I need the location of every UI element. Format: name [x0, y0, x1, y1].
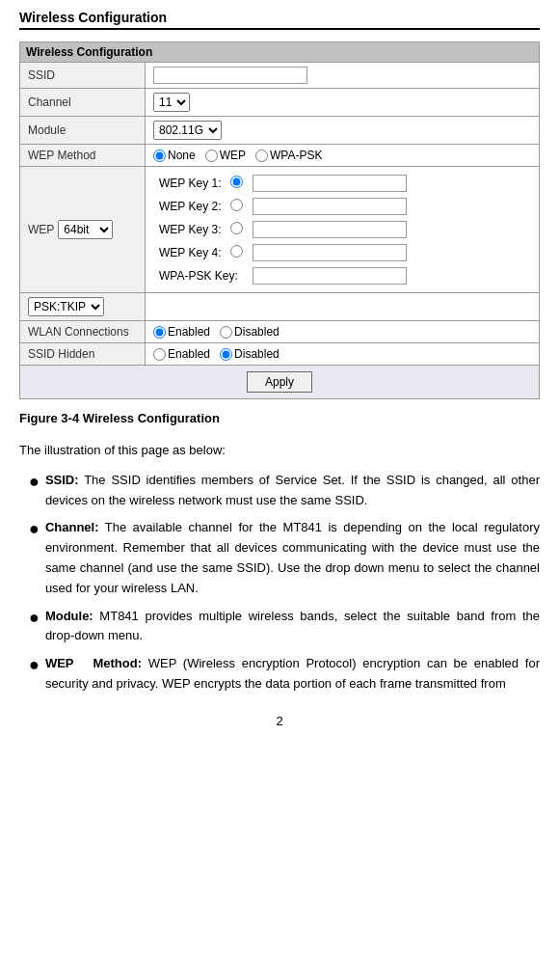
- list-item: ● WEP Method: WEP (Wireless encryption P…: [29, 654, 540, 694]
- wpa-psk-label: WPA-PSK Key:: [155, 265, 247, 286]
- bullet-dot: ●: [29, 654, 40, 676]
- psk-label-cell: PSK:TKIP PSK:AES: [20, 293, 146, 321]
- ssid-hidden-disabled-label[interactable]: Disabled: [220, 347, 280, 361]
- wep-wep-text: WEP: [220, 149, 246, 162]
- wep-keys-cell: WEP Key 1: WEP Key 2: WEP Key 3:: [146, 167, 540, 293]
- ssid-row: SSID: [20, 63, 540, 89]
- channel-desc: The available channel for the MT841 is d…: [45, 520, 540, 594]
- intro-text: The illustration of this page as below:: [19, 441, 540, 461]
- wep-key4-row: WEP Key 4:: [155, 242, 411, 263]
- channel-row: Channel 11: [20, 89, 540, 117]
- wep-keys-inner-table: WEP Key 1: WEP Key 2: WEP Key 3:: [153, 171, 413, 288]
- ssid-desc: The SSID identifies members of Service S…: [45, 473, 540, 507]
- ssid-input[interactable]: [153, 67, 307, 84]
- wep-key3-row: WEP Key 3:: [155, 219, 411, 240]
- wep-text: WEP: [28, 223, 54, 236]
- list-item: ● Channel: The available channel for the…: [29, 518, 540, 598]
- wep-wpa-text: WPA-PSK: [270, 149, 322, 162]
- ssid-hidden-disabled-text: Disabled: [234, 347, 280, 361]
- wep-key4-radio-cell: [226, 242, 247, 263]
- wep-wpa-radio[interactable]: [255, 150, 268, 162]
- wep-none-text: None: [168, 149, 196, 162]
- wep-wep-radio[interactable]: [205, 150, 218, 162]
- wep-bit-select[interactable]: 64bit 128bit: [58, 220, 113, 239]
- bullet-content-ssid: SSID: The SSID identifies members of Ser…: [45, 471, 540, 511]
- list-item: ● Module: MT841 provides multiple wirele…: [29, 607, 540, 647]
- wlan-disabled-label[interactable]: Disabled: [220, 325, 280, 339]
- list-item: ● SSID: The SSID identifies members of S…: [29, 471, 540, 511]
- wlan-enabled-label[interactable]: Enabled: [153, 325, 210, 339]
- table-caption: Wireless Configuration: [19, 41, 540, 62]
- wep-method-label: WEP Method: [20, 145, 146, 167]
- ssid-term: SSID:: [45, 473, 79, 487]
- module-row: Module 802.11G: [20, 117, 540, 145]
- wep-wpa-label[interactable]: WPA-PSK: [255, 149, 322, 162]
- wep-method-term: WEP Method:: [45, 656, 142, 670]
- wep-key3-input[interactable]: [253, 221, 407, 238]
- module-select[interactable]: 802.11G: [153, 121, 222, 140]
- wep-key3-radio-cell: [226, 219, 247, 240]
- channel-label: Channel: [20, 89, 146, 117]
- wep-key1-input[interactable]: [253, 175, 407, 192]
- ssid-hidden-radio-group: Enabled Disabled: [153, 347, 531, 361]
- channel-select[interactable]: 11: [153, 93, 190, 112]
- psk-select[interactable]: PSK:TKIP PSK:AES: [28, 297, 104, 316]
- wep-method-row: WEP Method None WEP WPA-PSK: [20, 145, 540, 167]
- wep-key4-radio[interactable]: [230, 245, 243, 258]
- module-term: Module:: [45, 609, 93, 623]
- wep-method-radio-group: None WEP WPA-PSK: [153, 149, 531, 162]
- bullet-dot: ●: [29, 471, 40, 493]
- channel-value-cell: 11: [146, 89, 540, 117]
- module-desc: MT841 provides multiple wireless bands, …: [45, 609, 540, 643]
- wlan-connections-radio-group: Enabled Disabled: [153, 325, 531, 339]
- wep-none-label[interactable]: None: [153, 149, 196, 162]
- wep-method-value-cell: None WEP WPA-PSK: [146, 145, 540, 167]
- psk-value-cell: [146, 293, 540, 321]
- apply-cell: Apply: [20, 366, 540, 399]
- wep-wep-label[interactable]: WEP: [205, 149, 246, 162]
- wpa-psk-row: WPA-PSK Key:: [155, 265, 411, 286]
- wpa-psk-input[interactable]: [253, 267, 407, 285]
- wep-key4-label: WEP Key 4:: [155, 242, 225, 263]
- wep-key3-label: WEP Key 3:: [155, 219, 225, 240]
- figure-caption-bold: Figure 3-4 Wireless Configuration: [19, 411, 220, 425]
- wep-key2-radio[interactable]: [230, 199, 243, 211]
- bullet-dot: ●: [29, 518, 40, 540]
- page-title: Wireless Configuration: [19, 10, 540, 30]
- wep-key3-radio[interactable]: [230, 222, 243, 234]
- wlan-enabled-radio[interactable]: [153, 326, 166, 339]
- ssid-hidden-enabled-label[interactable]: Enabled: [153, 347, 210, 361]
- module-label: Module: [20, 117, 146, 145]
- ssid-hidden-value-cell: Enabled Disabled: [146, 343, 540, 366]
- bullet-dot: ●: [29, 607, 40, 629]
- wep-key4-input[interactable]: [253, 244, 407, 261]
- psk-row: PSK:TKIP PSK:AES: [20, 293, 540, 321]
- bullet-content-channel: Channel: The available channel for the M…: [45, 518, 540, 598]
- ssid-value-cell: [146, 63, 540, 89]
- wep-none-radio[interactable]: [153, 150, 166, 162]
- wlan-connections-row: WLAN Connections Enabled Disabled: [20, 321, 540, 343]
- bullet-content-module: Module: MT841 provides multiple wireless…: [45, 607, 540, 647]
- wep-label: WEP 64bit 128bit: [20, 167, 146, 293]
- wep-key2-input[interactable]: [253, 198, 407, 215]
- wlan-connections-value-cell: Enabled Disabled: [146, 321, 540, 343]
- wep-key1-row: WEP Key 1:: [155, 173, 411, 194]
- ssid-hidden-disabled-radio[interactable]: [220, 348, 232, 361]
- wep-key3-input-cell: [249, 219, 411, 240]
- wep-key2-label: WEP Key 2:: [155, 196, 225, 217]
- wep-key1-radio[interactable]: [230, 176, 243, 188]
- ssid-hidden-enabled-radio[interactable]: [153, 348, 166, 361]
- figure-caption: Figure 3-4 Wireless Configuration: [19, 411, 540, 425]
- wep-keys-row: WEP 64bit 128bit WEP Key 1: WEP Key 2:: [20, 167, 540, 293]
- apply-button[interactable]: Apply: [247, 371, 312, 393]
- ssid-hidden-row: SSID Hidden Enabled Disabled: [20, 343, 540, 366]
- module-value-cell: 802.11G: [146, 117, 540, 145]
- ssid-hidden-label: SSID Hidden: [20, 343, 146, 366]
- wep-key1-label: WEP Key 1:: [155, 173, 225, 194]
- wep-key2-radio-cell: [226, 196, 247, 217]
- wep-key1-radio-cell: [226, 173, 247, 194]
- wlan-enabled-text: Enabled: [168, 325, 210, 339]
- wep-key2-input-cell: [249, 196, 411, 217]
- wlan-disabled-radio[interactable]: [220, 326, 232, 339]
- wireless-config-table: Wireless Configuration SSID Channel 11 M…: [19, 41, 540, 399]
